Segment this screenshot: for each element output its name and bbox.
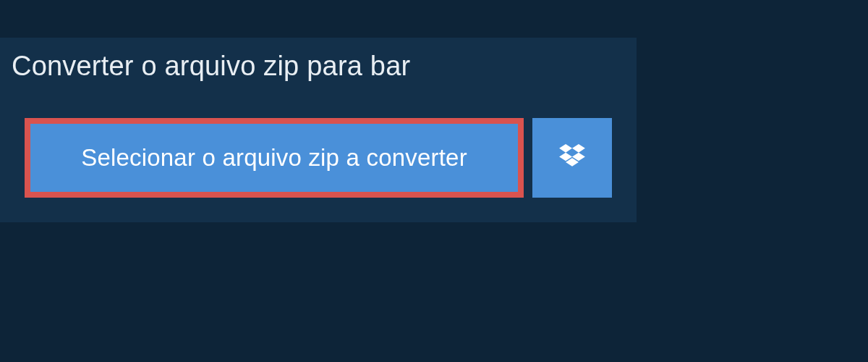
button-row: Selecionar o arquivo zip a converter (0, 98, 637, 222)
converter-panel: Converter o arquivo zip para bar Selecio… (0, 38, 637, 222)
title-bar: Converter o arquivo zip para bar (0, 38, 481, 98)
dropbox-icon (559, 144, 585, 172)
page-title: Converter o arquivo zip para bar (12, 51, 464, 82)
dropbox-button[interactable] (532, 118, 612, 198)
select-file-button[interactable]: Selecionar o arquivo zip a converter (25, 118, 524, 198)
